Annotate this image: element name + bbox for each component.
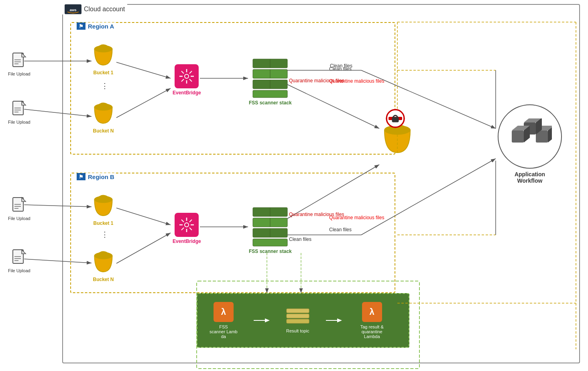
region-b-eventbridge-icon: [175, 213, 199, 237]
region-b-eventbridge-label: EventBridge: [173, 238, 201, 244]
dots-region-a: ⋮: [101, 82, 108, 90]
svg-text:aws: aws: [69, 8, 76, 12]
region-b-flag-icon: [77, 173, 85, 180]
region-b-fss-stack-label: FSS scanner stack: [249, 249, 292, 254]
svg-line-28: [181, 71, 184, 73]
region-b-fss-stack-icon: [252, 207, 288, 247]
svg-point-23: [185, 75, 188, 78]
svg-rect-15: [14, 256, 21, 257]
region-b-bucket-n-label: Bucket N: [93, 277, 114, 282]
svg-rect-79: [287, 319, 309, 323]
svg-rect-35: [253, 90, 287, 98]
file-icon-3: [12, 197, 26, 214]
svg-line-30: [189, 71, 192, 73]
file-icon-1: [12, 52, 26, 70]
svg-line-52: [181, 228, 184, 230]
clean-files-label-a: Clean files: [329, 66, 352, 72]
svg-rect-66: [512, 130, 524, 143]
svg-marker-76: [265, 318, 270, 322]
diagram-container: aws Cloud account Region A Region B File…: [0, 0, 588, 371]
region-a-eventbridge-icon: [175, 64, 199, 88]
svg-rect-9: [14, 112, 18, 112]
region-a-flag-icon: [77, 22, 85, 30]
region-a-label: Region A: [75, 22, 116, 30]
dots-region-b: ⋮: [101, 231, 108, 238]
svg-rect-11: [14, 204, 21, 205]
result-topic-icon: [286, 308, 310, 326]
quarantine-label-a: Quarantine malicious files: [329, 78, 384, 84]
bucket-b1-icon: [92, 195, 114, 219]
region-a-eventbridge-label: EventBridge: [173, 90, 201, 96]
app-workflow-icon: [508, 118, 552, 155]
file-upload-1: File Upload: [8, 52, 31, 76]
region-a-fss-stack: FSS scanner stack: [249, 58, 292, 106]
svg-point-42: [95, 253, 112, 259]
file-label-2: File Upload: [8, 120, 31, 124]
tag-lambda-item: λ Tag result & quarantine Lambda: [358, 302, 386, 339]
region-a-box: Region A: [70, 22, 395, 155]
bucket-n-icon: [92, 102, 114, 126]
tag-lambda-icon: λ: [362, 302, 382, 322]
tag-lambda-label: Tag result & quarantine Lambda: [358, 324, 386, 339]
file-upload-3: File Upload: [8, 197, 31, 221]
detail-box: λ FSS scanner Lamb da Result topic λ Tag…: [197, 293, 409, 348]
svg-rect-77: [287, 309, 309, 313]
result-topic-label: Result topic: [286, 328, 309, 333]
app-workflow-label: ApplicationWorkflow: [515, 171, 545, 184]
svg-rect-63: [392, 117, 399, 122]
cloud-account-label: aws Cloud account: [62, 4, 127, 14]
eventbridge-b-svg: [179, 217, 195, 233]
file-upload-4: File Upload: [8, 249, 31, 273]
file-label-3: File Upload: [8, 216, 31, 221]
detail-arrow-1: [254, 316, 270, 324]
cloud-account-text: Cloud account: [84, 6, 125, 13]
svg-line-29: [189, 79, 192, 82]
svg-line-31: [181, 79, 184, 82]
region-a-eventbridge: EventBridge: [173, 64, 201, 96]
svg-point-40: [95, 196, 112, 203]
svg-line-51: [189, 220, 192, 222]
region-a-fss-stack-label: FSS scanner stack: [249, 100, 292, 106]
svg-rect-12: [14, 206, 21, 207]
svg-rect-8: [14, 110, 21, 110]
svg-rect-78: [287, 314, 309, 318]
region-b-label: Region B: [75, 173, 116, 180]
region-b-bucket-1-label: Bucket 1: [93, 220, 113, 226]
region-a-bucket-1-label: Bucket 1: [93, 70, 113, 75]
svg-rect-3: [14, 59, 21, 60]
svg-point-19: [95, 46, 112, 52]
svg-rect-5: [14, 63, 18, 64]
region-a-bucket-n: Bucket N: [92, 102, 114, 134]
svg-line-49: [181, 220, 184, 222]
svg-point-21: [95, 104, 112, 110]
region-b-eventbridge: EventBridge: [173, 213, 201, 244]
svg-rect-16: [14, 258, 21, 259]
result-topic-item: Result topic: [286, 308, 310, 333]
region-a-fss-stack-icon: [252, 58, 288, 98]
clean-files-label-b: Clean files: [329, 227, 352, 232]
region-b-fss-stack: FSS scanner stack: [249, 207, 292, 254]
aws-logo-icon: aws: [65, 4, 81, 14]
file-icon-2: [12, 100, 26, 118]
fss-lambda-icon: λ: [214, 302, 234, 322]
region-b-bucket-1: Bucket 1: [92, 195, 114, 226]
file-upload-2: File Upload: [8, 100, 31, 124]
fss-lambda-item: λ FSS scanner Lamb da: [210, 302, 238, 339]
file-icon-4: [12, 249, 26, 267]
quarantine-bucket: [381, 116, 413, 159]
bucket-1-icon: [92, 44, 114, 68]
svg-rect-4: [14, 61, 21, 62]
region-b-box: Region B: [70, 173, 395, 293]
quarantine-label-b: Quarantine malicious files: [329, 215, 384, 220]
fss-lambda-label: FSS scanner Lamb da: [210, 324, 238, 339]
svg-line-50: [189, 228, 192, 230]
region-a-bucket-n-label: Bucket N: [93, 128, 114, 134]
app-workflow-section: ApplicationWorkflow: [498, 104, 562, 184]
svg-rect-7: [14, 108, 21, 108]
file-label-4: File Upload: [8, 268, 31, 273]
svg-rect-17: [14, 260, 18, 261]
svg-rect-56: [253, 239, 287, 246]
svg-point-44: [185, 223, 188, 226]
svg-marker-81: [337, 318, 342, 322]
eventbridge-svg: [179, 68, 195, 84]
